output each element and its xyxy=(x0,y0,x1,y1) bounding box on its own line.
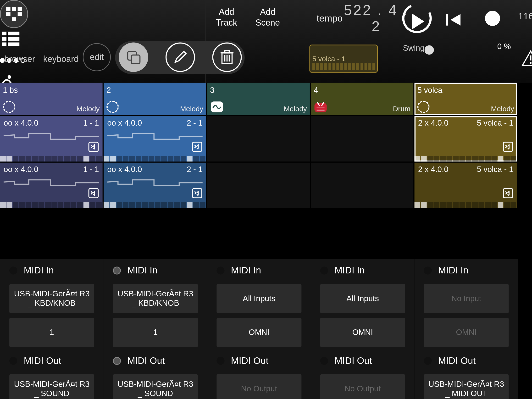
svg-rect-25 xyxy=(225,51,229,53)
empty-clip-slot[interactable] xyxy=(207,163,310,208)
clip[interactable]: 2 x 4.0.0 5 volca - 1 xyxy=(415,163,517,208)
swing-control[interactable]: Swing 0 % xyxy=(403,42,511,55)
mixer-channel: MIDI In No Input OMNI MIDI Out USB-MIDI-… xyxy=(415,259,518,399)
track-type: Drum xyxy=(393,105,411,113)
clip[interactable]: oo x 4.0.0 1 - 1 xyxy=(0,116,103,162)
track-name: 4 xyxy=(314,86,318,95)
midi-in-header[interactable]: MIDI In xyxy=(415,259,518,282)
tempo-label: tempo xyxy=(317,13,343,24)
empty-clip-slot[interactable] xyxy=(207,116,310,162)
arrange-view-button[interactable] xyxy=(0,28,22,50)
midi-in-header[interactable]: MIDI In xyxy=(207,259,311,282)
delete-button[interactable] xyxy=(212,42,242,72)
record-button[interactable] xyxy=(485,11,500,26)
track-header[interactable]: 5 volca Melody xyxy=(415,83,517,115)
bpm-display[interactable]: 116.0 xyxy=(518,11,532,22)
add-scene-button[interactable]: Add Scene xyxy=(255,6,291,28)
track-header[interactable]: 3 Melody xyxy=(207,83,310,115)
midi-in-header[interactable]: MIDI In xyxy=(0,259,104,282)
pencil-button[interactable] xyxy=(165,42,195,72)
swing-value: 0 % xyxy=(497,42,511,51)
track-header[interactable]: 2 Melody xyxy=(104,83,206,115)
midi-out-device[interactable]: USB-MIDI-GerÃ¤t R3 _ SOUND xyxy=(113,374,198,399)
clip[interactable]: oo x 4.0.0 1 - 1 xyxy=(0,163,103,208)
keyboard-button[interactable]: keyboard xyxy=(43,54,78,64)
track-header[interactable]: 4 Drum xyxy=(311,83,413,115)
browser-button[interactable]: browser xyxy=(4,54,35,64)
clip-name: 1 - 1 xyxy=(83,165,99,174)
midi-in-channel[interactable]: OMNI xyxy=(216,318,301,347)
midi-in-device[interactable]: No Input xyxy=(424,284,509,313)
knob-icon xyxy=(107,101,119,113)
clip-loop-info: 2 x 4.0.0 xyxy=(418,118,449,127)
svg-rect-0 xyxy=(6,7,11,11)
midi-in-header[interactable]: MIDI In xyxy=(104,259,207,282)
track-name: 1 bs xyxy=(3,86,18,95)
empty-clip-slot[interactable] xyxy=(311,163,413,208)
clip-name: 1 - 1 xyxy=(83,118,99,128)
clip[interactable]: oo x 4.0.0 2 - 1 xyxy=(104,163,206,208)
midi-in-device[interactable]: USB-MIDI-GerÃ¤t R3 _ KBD/KNOB xyxy=(113,284,198,313)
midi-out-header[interactable]: MIDI Out xyxy=(415,349,518,372)
copy-button[interactable] xyxy=(119,42,148,72)
mixer-channel: MIDI In USB-MIDI-GerÃ¤t R3 _ KBD/KNOB 1 … xyxy=(0,259,104,399)
midi-in-device[interactable]: USB-MIDI-GerÃ¤t R3 _ KBD/KNOB xyxy=(9,284,94,313)
clip-preview-label: 5 volca - 1 xyxy=(312,55,345,63)
midi-out-device[interactable]: No Output xyxy=(216,374,301,399)
midi-out-header[interactable]: MIDI Out xyxy=(104,349,207,372)
clip-loop-info: oo x 4.0.0 xyxy=(107,118,142,127)
svg-marker-14 xyxy=(450,14,461,25)
track-type: Melody xyxy=(284,105,307,113)
svg-rect-19 xyxy=(131,55,140,64)
midi-out-device[interactable]: No Output xyxy=(320,374,405,399)
clip-name: 5 volca - 1 xyxy=(477,118,513,128)
play-icon xyxy=(412,14,424,29)
tempo-display[interactable]: tempo 522 . 4 . 2 xyxy=(317,2,410,34)
midi-out-header[interactable]: MIDI Out xyxy=(207,349,311,372)
svg-rect-3 xyxy=(6,12,11,16)
clip[interactable]: 2 x 4.0.0 5 volca - 1 xyxy=(415,116,517,162)
midi-in-device[interactable]: All Inputs xyxy=(320,284,405,313)
svg-rect-6 xyxy=(2,32,19,35)
track-type: Melody xyxy=(180,105,203,113)
midi-out-header[interactable]: MIDI Out xyxy=(311,349,414,372)
clip[interactable]: oo x 4.0.0 2 - 1 xyxy=(104,116,206,162)
empty-clip-slot[interactable] xyxy=(311,116,413,162)
clip-timeline xyxy=(104,202,206,208)
svg-rect-13 xyxy=(446,14,448,25)
mixer-channel: MIDI In All Inputs OMNI MIDI Out No Outp… xyxy=(311,259,414,399)
knob-icon xyxy=(418,101,430,113)
svg-rect-48 xyxy=(503,142,513,152)
svg-rect-1 xyxy=(12,7,16,11)
midi-in-channel[interactable]: 1 xyxy=(9,318,94,347)
edit-button[interactable]: edit xyxy=(83,43,111,71)
knob-icon xyxy=(3,101,15,113)
clip-name: 2 - 1 xyxy=(187,118,203,128)
midi-out-header[interactable]: MIDI Out xyxy=(0,349,104,372)
midi-out-indicator xyxy=(9,357,17,365)
midi-in-channel[interactable]: OMNI xyxy=(424,318,509,347)
add-track-button[interactable]: Add Track xyxy=(216,6,252,28)
midi-in-header[interactable]: MIDI In xyxy=(311,259,414,282)
tempo-value: 522 . 4 . 2 xyxy=(342,2,410,34)
svg-rect-8 xyxy=(2,42,19,46)
midi-in-device[interactable]: All Inputs xyxy=(216,284,301,313)
clip-timeline xyxy=(0,156,103,161)
selected-clip-preview[interactable]: 5 volca - 1 xyxy=(309,44,378,72)
midi-in-channel[interactable]: OMNI xyxy=(320,318,405,347)
svg-rect-51 xyxy=(503,189,513,198)
svg-rect-4 xyxy=(18,12,22,16)
clip-record-icon xyxy=(503,188,513,199)
warning-icon[interactable] xyxy=(522,51,532,66)
midi-out-indicator xyxy=(424,357,432,365)
clip-timeline xyxy=(0,202,103,208)
clip-loop-info: oo x 4.0.0 xyxy=(4,165,38,174)
session-view-button[interactable] xyxy=(0,0,28,28)
track-header[interactable]: 1 bs Melody xyxy=(0,83,103,115)
svg-rect-5 xyxy=(12,17,16,21)
return-to-zero-button[interactable] xyxy=(446,11,468,29)
midi-in-indicator xyxy=(113,266,121,274)
midi-out-device[interactable]: USB-MIDI-GerÃ¤t R3 _ MIDI OUT xyxy=(424,374,509,399)
midi-out-device[interactable]: USB-MIDI-GerÃ¤t R3 _ SOUND xyxy=(9,374,94,399)
midi-in-channel[interactable]: 1 xyxy=(113,318,198,347)
